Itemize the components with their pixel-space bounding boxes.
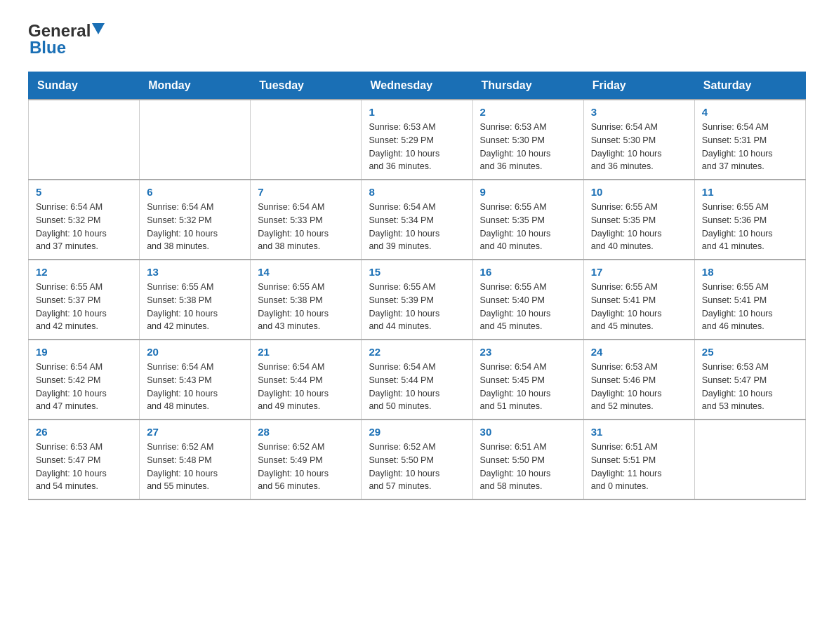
day-number: 26 bbox=[36, 426, 132, 438]
day-number: 16 bbox=[480, 266, 576, 278]
calendar-day-19: 19Sunrise: 6:54 AM Sunset: 5:42 PM Dayli… bbox=[29, 340, 140, 420]
day-number: 21 bbox=[258, 346, 354, 358]
empty-cell bbox=[140, 100, 251, 180]
calendar-day-1: 1Sunrise: 6:53 AM Sunset: 5:29 PM Daylig… bbox=[362, 100, 472, 180]
day-number: 15 bbox=[369, 266, 465, 278]
calendar-day-6: 6Sunrise: 6:54 AM Sunset: 5:32 PM Daylig… bbox=[140, 180, 251, 260]
day-info: Sunrise: 6:53 AM Sunset: 5:30 PM Dayligh… bbox=[480, 121, 576, 173]
day-info: Sunrise: 6:53 AM Sunset: 5:47 PM Dayligh… bbox=[36, 441, 132, 493]
calendar-day-7: 7Sunrise: 6:54 AM Sunset: 5:33 PM Daylig… bbox=[251, 180, 362, 260]
day-info: Sunrise: 6:51 AM Sunset: 5:51 PM Dayligh… bbox=[591, 441, 687, 493]
day-number: 24 bbox=[591, 346, 687, 358]
day-info: Sunrise: 6:54 AM Sunset: 5:42 PM Dayligh… bbox=[36, 361, 132, 413]
day-number: 20 bbox=[147, 346, 243, 358]
day-number: 19 bbox=[36, 346, 132, 358]
calendar-day-9: 9Sunrise: 6:55 AM Sunset: 5:35 PM Daylig… bbox=[472, 180, 583, 260]
day-number: 17 bbox=[591, 266, 687, 278]
day-info: Sunrise: 6:54 AM Sunset: 5:43 PM Dayligh… bbox=[147, 361, 243, 413]
day-number: 9 bbox=[480, 186, 576, 198]
day-info: Sunrise: 6:54 AM Sunset: 5:32 PM Dayligh… bbox=[147, 201, 243, 253]
svg-marker-0 bbox=[92, 23, 105, 34]
day-number: 12 bbox=[36, 266, 132, 278]
day-info: Sunrise: 6:55 AM Sunset: 5:40 PM Dayligh… bbox=[480, 281, 576, 333]
day-header-saturday: Saturday bbox=[694, 72, 805, 100]
calendar-day-10: 10Sunrise: 6:55 AM Sunset: 5:35 PM Dayli… bbox=[583, 180, 694, 260]
page-header: General Blue bbox=[28, 21, 806, 58]
day-number: 25 bbox=[702, 346, 798, 358]
day-number: 6 bbox=[147, 186, 243, 198]
day-info: Sunrise: 6:51 AM Sunset: 5:50 PM Dayligh… bbox=[480, 441, 576, 493]
calendar-day-18: 18Sunrise: 6:55 AM Sunset: 5:41 PM Dayli… bbox=[694, 260, 805, 340]
day-info: Sunrise: 6:55 AM Sunset: 5:35 PM Dayligh… bbox=[480, 201, 576, 253]
calendar-week-row: 19Sunrise: 6:54 AM Sunset: 5:42 PM Dayli… bbox=[29, 340, 806, 420]
day-number: 13 bbox=[147, 266, 243, 278]
calendar-day-26: 26Sunrise: 6:53 AM Sunset: 5:47 PM Dayli… bbox=[29, 420, 140, 499]
calendar-table: SundayMondayTuesdayWednesdayThursdayFrid… bbox=[28, 72, 806, 500]
calendar-day-27: 27Sunrise: 6:52 AM Sunset: 5:48 PM Dayli… bbox=[140, 420, 251, 499]
calendar-day-25: 25Sunrise: 6:53 AM Sunset: 5:47 PM Dayli… bbox=[694, 340, 805, 420]
day-info: Sunrise: 6:54 AM Sunset: 5:31 PM Dayligh… bbox=[702, 121, 798, 173]
day-info: Sunrise: 6:55 AM Sunset: 5:36 PM Dayligh… bbox=[702, 201, 798, 253]
day-number: 1 bbox=[369, 106, 465, 118]
day-info: Sunrise: 6:54 AM Sunset: 5:44 PM Dayligh… bbox=[258, 361, 354, 413]
day-info: Sunrise: 6:52 AM Sunset: 5:49 PM Dayligh… bbox=[258, 441, 354, 493]
calendar-day-17: 17Sunrise: 6:55 AM Sunset: 5:41 PM Dayli… bbox=[583, 260, 694, 340]
day-header-thursday: Thursday bbox=[472, 72, 583, 100]
calendar-day-5: 5Sunrise: 6:54 AM Sunset: 5:32 PM Daylig… bbox=[29, 180, 140, 260]
day-number: 23 bbox=[480, 346, 576, 358]
day-info: Sunrise: 6:55 AM Sunset: 5:35 PM Dayligh… bbox=[591, 201, 687, 253]
day-info: Sunrise: 6:53 AM Sunset: 5:47 PM Dayligh… bbox=[702, 361, 798, 413]
day-number: 8 bbox=[369, 186, 465, 198]
calendar-day-16: 16Sunrise: 6:55 AM Sunset: 5:40 PM Dayli… bbox=[472, 260, 583, 340]
day-info: Sunrise: 6:55 AM Sunset: 5:41 PM Dayligh… bbox=[591, 281, 687, 333]
calendar-day-14: 14Sunrise: 6:55 AM Sunset: 5:38 PM Dayli… bbox=[251, 260, 362, 340]
day-number: 29 bbox=[369, 426, 465, 438]
day-info: Sunrise: 6:55 AM Sunset: 5:38 PM Dayligh… bbox=[147, 281, 243, 333]
calendar-day-31: 31Sunrise: 6:51 AM Sunset: 5:51 PM Dayli… bbox=[583, 420, 694, 499]
calendar-day-21: 21Sunrise: 6:54 AM Sunset: 5:44 PM Dayli… bbox=[251, 340, 362, 420]
day-info: Sunrise: 6:52 AM Sunset: 5:50 PM Dayligh… bbox=[369, 441, 465, 493]
day-number: 28 bbox=[258, 426, 354, 438]
day-number: 31 bbox=[591, 426, 687, 438]
calendar-day-28: 28Sunrise: 6:52 AM Sunset: 5:49 PM Dayli… bbox=[251, 420, 362, 499]
calendar-day-3: 3Sunrise: 6:54 AM Sunset: 5:30 PM Daylig… bbox=[583, 100, 694, 180]
day-header-monday: Monday bbox=[140, 72, 251, 100]
calendar-week-row: 1Sunrise: 6:53 AM Sunset: 5:29 PM Daylig… bbox=[29, 100, 806, 180]
calendar-day-11: 11Sunrise: 6:55 AM Sunset: 5:36 PM Dayli… bbox=[694, 180, 805, 260]
day-number: 3 bbox=[591, 106, 687, 118]
calendar-day-4: 4Sunrise: 6:54 AM Sunset: 5:31 PM Daylig… bbox=[694, 100, 805, 180]
calendar-header-row: SundayMondayTuesdayWednesdayThursdayFrid… bbox=[29, 72, 806, 100]
calendar-day-29: 29Sunrise: 6:52 AM Sunset: 5:50 PM Dayli… bbox=[362, 420, 472, 499]
day-number: 4 bbox=[702, 106, 798, 118]
day-header-friday: Friday bbox=[583, 72, 694, 100]
calendar-day-15: 15Sunrise: 6:55 AM Sunset: 5:39 PM Dayli… bbox=[362, 260, 472, 340]
logo-blue-text: Blue bbox=[29, 38, 66, 57]
day-number: 2 bbox=[480, 106, 576, 118]
calendar-week-row: 5Sunrise: 6:54 AM Sunset: 5:32 PM Daylig… bbox=[29, 180, 806, 260]
day-info: Sunrise: 6:52 AM Sunset: 5:48 PM Dayligh… bbox=[147, 441, 243, 493]
day-info: Sunrise: 6:55 AM Sunset: 5:41 PM Dayligh… bbox=[702, 281, 798, 333]
calendar-week-row: 26Sunrise: 6:53 AM Sunset: 5:47 PM Dayli… bbox=[29, 420, 806, 499]
day-number: 27 bbox=[147, 426, 243, 438]
day-number: 14 bbox=[258, 266, 354, 278]
day-info: Sunrise: 6:54 AM Sunset: 5:32 PM Dayligh… bbox=[36, 201, 132, 253]
day-number: 30 bbox=[480, 426, 576, 438]
day-info: Sunrise: 6:55 AM Sunset: 5:39 PM Dayligh… bbox=[369, 281, 465, 333]
day-number: 18 bbox=[702, 266, 798, 278]
empty-cell bbox=[251, 100, 362, 180]
day-info: Sunrise: 6:54 AM Sunset: 5:44 PM Dayligh… bbox=[369, 361, 465, 413]
empty-cell bbox=[29, 100, 140, 180]
day-info: Sunrise: 6:55 AM Sunset: 5:37 PM Dayligh… bbox=[36, 281, 132, 333]
day-header-wednesday: Wednesday bbox=[362, 72, 472, 100]
logo-triangle-icon bbox=[92, 23, 105, 36]
day-number: 22 bbox=[369, 346, 465, 358]
calendar-day-13: 13Sunrise: 6:55 AM Sunset: 5:38 PM Dayli… bbox=[140, 260, 251, 340]
calendar-day-20: 20Sunrise: 6:54 AM Sunset: 5:43 PM Dayli… bbox=[140, 340, 251, 420]
calendar-day-30: 30Sunrise: 6:51 AM Sunset: 5:50 PM Dayli… bbox=[472, 420, 583, 499]
day-info: Sunrise: 6:54 AM Sunset: 5:30 PM Dayligh… bbox=[591, 121, 687, 173]
day-info: Sunrise: 6:55 AM Sunset: 5:38 PM Dayligh… bbox=[258, 281, 354, 333]
logo: General Blue bbox=[28, 21, 105, 58]
calendar-day-12: 12Sunrise: 6:55 AM Sunset: 5:37 PM Dayli… bbox=[29, 260, 140, 340]
day-info: Sunrise: 6:54 AM Sunset: 5:45 PM Dayligh… bbox=[480, 361, 576, 413]
day-number: 5 bbox=[36, 186, 132, 198]
